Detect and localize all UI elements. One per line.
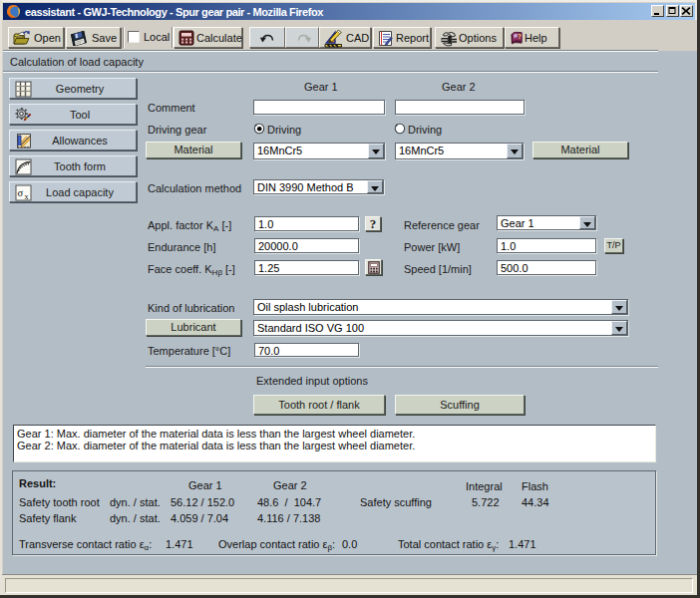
svg-text:σ: σ [18,187,24,198]
svg-text:?: ? [518,33,522,40]
